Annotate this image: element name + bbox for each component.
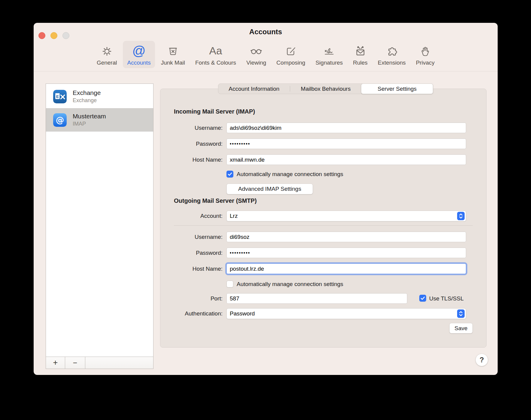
hand-icon (419, 44, 432, 58)
account-row-exchange[interactable]: E Exchange Exchange (46, 85, 153, 108)
tab-account-information[interactable]: Account Information (218, 84, 290, 94)
rules-envelope-icon (354, 44, 367, 58)
incoming-auto-manage-checkbox[interactable] (226, 171, 233, 178)
toolbar-item-signatures[interactable]: Signatures (311, 41, 347, 68)
preferences-window: Accounts General @ Accounts (34, 23, 498, 375)
port-label: Port: (160, 295, 223, 302)
toolbar-item-general[interactable]: General (93, 41, 121, 68)
at-badge-icon: @ (53, 113, 67, 127)
save-button[interactable]: Save (449, 323, 473, 333)
incoming-password-label: Password: (160, 141, 223, 147)
outgoing-password-label: Password: (160, 250, 223, 256)
at-icon: @ (132, 44, 146, 58)
toolbar-item-fonts-colours[interactable]: Aa Fonts & Colours (191, 41, 240, 68)
outgoing-host-label: Host Name: (160, 266, 223, 272)
outgoing-username-label: Username: (160, 234, 223, 240)
outgoing-auto-manage-checkbox[interactable] (226, 281, 233, 288)
trash-bin-icon (167, 44, 179, 58)
popup-stepper-icon (457, 212, 465, 220)
svg-text:E: E (56, 94, 59, 99)
server-settings-panel: Incoming Mail Server (IMAP) Username: ad… (160, 89, 487, 348)
account-type: IMAP (73, 121, 106, 127)
toolbar-item-privacy[interactable]: Privacy (412, 41, 439, 68)
account-type: Exchange (73, 97, 101, 104)
remove-account-button[interactable]: − (65, 357, 85, 369)
account-name: Exchange (73, 89, 101, 96)
account-row-musterteam[interactable]: @ Musterteam IMAP (46, 108, 153, 132)
use-tls-checkbox[interactable] (419, 295, 426, 302)
toolbar-label-accounts: Accounts (127, 59, 150, 66)
incoming-username-field[interactable]: ads\di69soz\di69kim (226, 123, 466, 133)
toolbar-label-rules: Rules (353, 59, 368, 66)
outgoing-password-field[interactable]: ••••••••• (226, 248, 466, 258)
signature-icon (323, 44, 336, 58)
settings-tabs: Account Information Mailbox Behaviours S… (218, 84, 433, 94)
toolbar-item-accounts[interactable]: @ Accounts (123, 41, 155, 68)
tab-mailbox-behaviours[interactable]: Mailbox Behaviours (290, 84, 362, 94)
toolbar-label-fonts-colours: Fonts & Colours (195, 59, 236, 66)
use-tls-label: Use TLS/SSL (429, 295, 464, 302)
glasses-icon (250, 44, 263, 58)
account-list: E Exchange Exchange @ Musterteam IM (46, 84, 153, 357)
toolbar-label-composing: Composing (276, 59, 305, 66)
outgoing-account-popup[interactable]: Lrz (226, 211, 466, 221)
toolbar-label-signatures: Signatures (315, 59, 343, 66)
authentication-value: Password (230, 310, 255, 317)
titlebar: Accounts (34, 23, 498, 38)
port-field[interactable]: 587 (226, 293, 407, 304)
incoming-auto-manage-label: Automatically manage connection settings (237, 171, 343, 178)
svg-text:@: @ (56, 115, 64, 125)
checkmark-icon (227, 171, 233, 177)
toolbar-label-extensions: Extensions (378, 59, 406, 66)
help-button[interactable]: ? (475, 354, 488, 366)
account-name: Musterteam (73, 113, 106, 120)
authentication-popup[interactable]: Password (226, 308, 466, 319)
gear-icon (101, 44, 113, 58)
accounts-sidebar: E Exchange Exchange @ Musterteam IM (46, 84, 153, 369)
toolbar-item-junk-mail[interactable]: Junk Mail (157, 41, 189, 68)
puzzle-icon (385, 44, 398, 58)
outgoing-host-field[interactable]: postout.lrz.de (226, 263, 466, 274)
section-divider (174, 225, 473, 226)
incoming-host-label: Host Name: (160, 157, 223, 163)
authentication-label: Authentication: (160, 310, 223, 317)
window-title: Accounts (34, 28, 498, 36)
outgoing-username-field[interactable]: di69soz (226, 232, 466, 242)
compose-icon (284, 44, 297, 58)
fonts-aa-icon: Aa (209, 44, 222, 58)
sidebar-button-bar: + − (46, 357, 153, 369)
toolbar-item-viewing[interactable]: Viewing (242, 41, 270, 68)
outgoing-section-heading: Outgoing Mail Server (SMTP) (174, 197, 257, 204)
toolbar-item-extensions[interactable]: Extensions (374, 41, 410, 68)
sidebar-bar-filler (85, 357, 153, 369)
checkmark-icon (420, 295, 426, 301)
tab-server-settings[interactable]: Server Settings (361, 84, 433, 94)
incoming-section-heading: Incoming Mail Server (IMAP) (174, 108, 255, 115)
add-account-button[interactable]: + (46, 357, 65, 369)
preferences-toolbar: General @ Accounts Junk Mail Aa Fonts & … (34, 38, 498, 72)
toolbar-label-general: General (97, 59, 117, 66)
toolbar-label-junk-mail: Junk Mail (161, 59, 185, 66)
popup-stepper-icon (457, 309, 465, 318)
outgoing-account-label: Account: (160, 213, 223, 219)
outgoing-auto-manage-label: Automatically manage connection settings (237, 281, 343, 288)
incoming-password-field[interactable]: ••••••••• (226, 138, 466, 149)
outgoing-account-value: Lrz (230, 213, 238, 219)
toolbar-item-rules[interactable]: Rules (349, 41, 372, 68)
toolbar-label-privacy: Privacy (416, 59, 435, 66)
toolbar-item-composing[interactable]: Composing (272, 41, 309, 68)
advanced-imap-settings-button[interactable]: Advanced IMAP Settings (226, 184, 313, 194)
toolbar-label-viewing: Viewing (246, 59, 266, 66)
incoming-host-field[interactable]: xmail.mwn.de (226, 154, 466, 165)
incoming-username-label: Username: (160, 125, 223, 131)
exchange-logo-icon: E (53, 90, 67, 103)
